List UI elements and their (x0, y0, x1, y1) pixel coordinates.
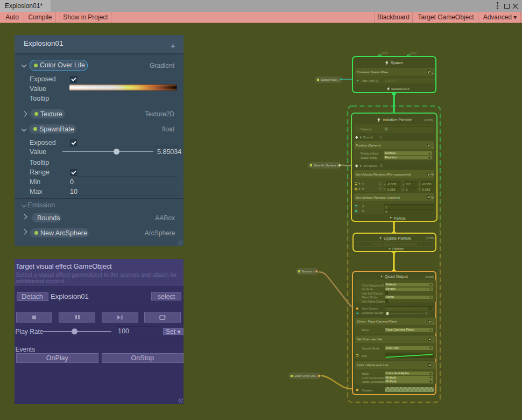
svg-text:Stop: Stop (410, 51, 417, 55)
svg-text:Start: Start (380, 51, 388, 55)
